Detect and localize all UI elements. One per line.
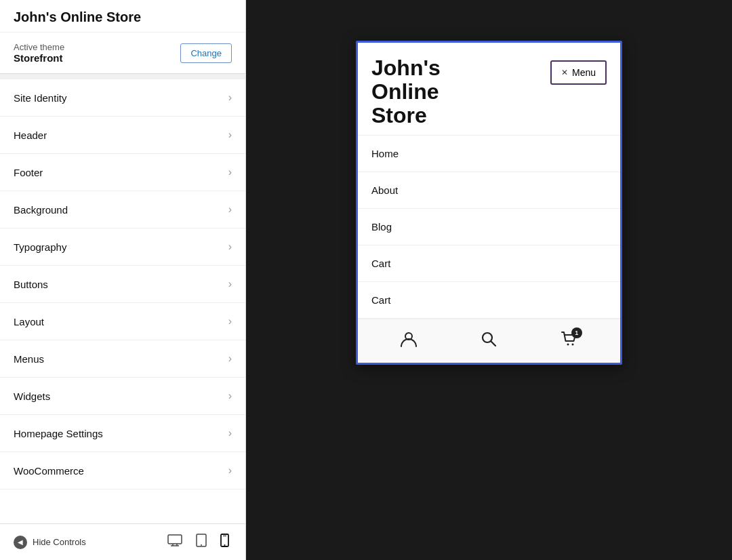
sidebar-item-label: Background xyxy=(14,204,68,216)
nav-item-home[interactable]: Home xyxy=(358,136,620,172)
sidebar-item-homepage-settings[interactable]: Homepage Settings › xyxy=(0,415,245,452)
chevron-icon: › xyxy=(228,278,232,290)
svg-point-14 xyxy=(571,343,573,345)
sidebar-item-site-identity[interactable]: Site Identity › xyxy=(0,79,245,117)
chevron-icon: › xyxy=(228,464,232,477)
change-theme-button[interactable]: Change xyxy=(180,43,232,63)
view-desktop-button[interactable] xyxy=(165,531,185,553)
chevron-icon: › xyxy=(228,92,232,104)
sidebar-item-label: Homepage Settings xyxy=(14,428,103,439)
mobile-preview: John's Online Store ✕ Menu Home About Bl… xyxy=(356,41,622,365)
sidebar-item-woocommerce[interactable]: WooCommerce › xyxy=(0,452,245,489)
sidebar-title: John's Online Store xyxy=(0,0,245,33)
sidebar-item-label: Header xyxy=(14,129,47,141)
svg-line-12 xyxy=(491,341,496,346)
view-tablet-button[interactable] xyxy=(193,531,209,553)
menu-button[interactable]: ✕ Menu xyxy=(550,60,607,85)
svg-rect-0 xyxy=(168,535,182,544)
search-button[interactable] xyxy=(480,330,497,352)
cart-badge: 1 xyxy=(571,327,582,338)
search-icon xyxy=(480,330,497,348)
sidebar-item-layout[interactable]: Layout › xyxy=(0,303,245,340)
hide-controls-label: Hide Controls xyxy=(33,537,86,547)
sidebar-item-label: Footer xyxy=(14,167,43,178)
svg-point-5 xyxy=(201,544,202,546)
store-title: John's Online Store xyxy=(371,56,441,128)
theme-label: Active theme xyxy=(14,42,64,52)
nav-list: Home About Blog Cart Cart xyxy=(358,135,620,319)
nav-item-blog[interactable]: Blog xyxy=(358,209,620,245)
sidebar-footer: ◀ Hide Controls xyxy=(0,523,245,560)
preview-nav: Home About Blog Cart Cart xyxy=(358,135,620,319)
view-mobile-button[interactable] xyxy=(218,531,232,553)
nav-item-cart-1[interactable]: Cart xyxy=(358,245,620,282)
tablet-icon xyxy=(196,534,207,547)
sidebar-item-label: Buttons xyxy=(14,279,48,290)
sidebar-item-label: Site Identity xyxy=(14,92,66,104)
mobile-icon xyxy=(220,534,229,547)
svg-point-7 xyxy=(224,544,226,546)
theme-info: Active theme Storefront xyxy=(14,42,64,64)
sidebar-item-label: Widgets xyxy=(14,391,50,402)
nav-item-about[interactable]: About xyxy=(358,172,620,209)
chevron-icon: › xyxy=(228,315,232,327)
preview-header: John's Online Store ✕ Menu xyxy=(358,43,620,135)
sidebar-item-buttons[interactable]: Buttons › xyxy=(0,266,245,303)
preview-footer: 1 xyxy=(358,319,620,363)
sidebar-item-label: WooCommerce xyxy=(14,465,84,477)
chevron-icon: › xyxy=(228,390,232,402)
sidebar-item-label: Typography xyxy=(14,241,66,253)
menu-button-label: Menu xyxy=(572,67,596,78)
desktop-icon xyxy=(167,534,182,546)
chevron-icon: › xyxy=(228,129,232,141)
x-icon: ✕ xyxy=(561,68,568,77)
sidebar-item-menus[interactable]: Menus › xyxy=(0,340,245,378)
sidebar-item-background[interactable]: Background › xyxy=(0,191,245,228)
chevron-icon: › xyxy=(228,203,232,216)
theme-name: Storefront xyxy=(14,52,64,64)
back-arrow-icon: ◀ xyxy=(14,536,27,549)
preview-area: John's Online Store ✕ Menu Home About Bl… xyxy=(246,0,732,560)
hide-controls-button[interactable]: ◀ Hide Controls xyxy=(14,536,86,549)
chevron-icon: › xyxy=(228,241,232,253)
sidebar-menu-list: Site Identity › Header › Footer › Backgr… xyxy=(0,79,245,523)
sidebar-item-label: Menus xyxy=(14,353,44,365)
svg-point-13 xyxy=(567,343,569,345)
theme-section: Active theme Storefront Change xyxy=(0,33,245,74)
user-icon xyxy=(400,330,418,348)
chevron-icon: › xyxy=(228,427,232,439)
sidebar-item-footer[interactable]: Footer › xyxy=(0,154,245,191)
cart-button[interactable]: 1 xyxy=(561,330,578,352)
divider xyxy=(0,74,245,79)
sidebar-item-widgets[interactable]: Widgets › xyxy=(0,378,245,415)
sidebar-item-header[interactable]: Header › xyxy=(0,117,245,154)
chevron-icon: › xyxy=(228,353,232,365)
nav-item-cart-2[interactable]: Cart xyxy=(358,282,620,319)
view-switcher xyxy=(165,531,232,553)
sidebar-item-typography[interactable]: Typography › xyxy=(0,228,245,266)
chevron-icon: › xyxy=(228,166,232,178)
sidebar: John's Online Store Active theme Storefr… xyxy=(0,0,246,560)
user-account-button[interactable] xyxy=(400,330,418,352)
sidebar-item-label: Layout xyxy=(14,316,44,327)
